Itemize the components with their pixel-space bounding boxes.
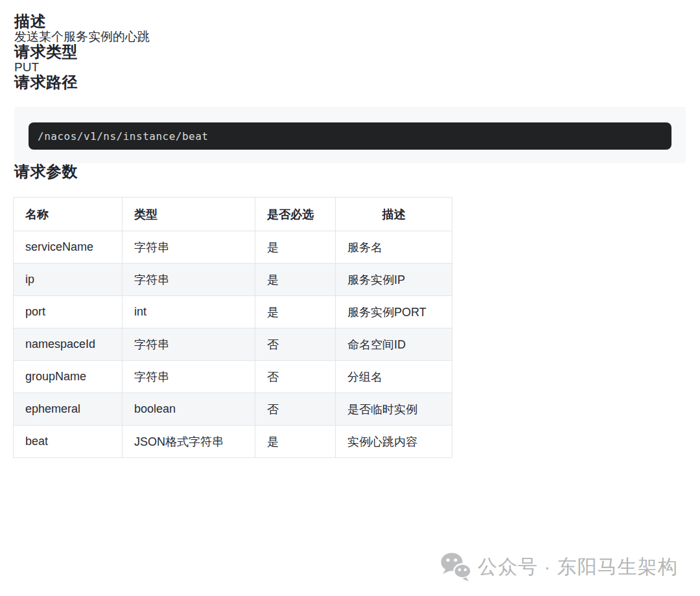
param-name: groupName [14,361,122,393]
param-required: 否 [255,393,336,426]
param-description: 服务名 [336,231,452,264]
param-required: 否 [255,361,336,393]
section-request-params: 请求参数 名称 类型 是否必选 描述 serviceName 字符串 是 服务名 [14,163,686,458]
param-required: 否 [255,328,336,361]
param-type: 字符串 [122,231,255,264]
param-description: 实例心跳内容 [336,426,452,458]
param-name: ip [14,264,122,296]
param-required: 是 [255,264,336,296]
section-description: 描述 发送某个服务实例的心跳 [14,13,686,43]
table-row: ephemeral boolean 否 是否临时实例 [14,393,452,426]
wechat-icon [439,551,472,583]
table-row: beat JSON格式字符串 是 实例心跳内容 [14,426,452,458]
table-row: namespaceId 字符串 否 命名空间ID [14,328,452,361]
request-path-code: /nacos/v1/ns/instance/beat [38,130,208,143]
description-heading: 描述 [14,13,686,30]
param-type: boolean [122,393,255,426]
param-type: JSON格式字符串 [122,426,255,458]
param-type: 字符串 [122,264,255,296]
param-name: beat [14,426,122,458]
request-type-value: PUT [14,60,686,74]
param-name: ephemeral [14,393,122,426]
table-row: ip 字符串 是 服务实例IP [14,264,452,296]
watermark: 公众号 · 东阳马生架构 [439,551,678,583]
description-text: 发送某个服务实例的心跳 [14,30,686,43]
watermark-text: 公众号 · 东阳马生架构 [478,557,678,577]
request-params-heading: 请求参数 [14,163,686,180]
table-row: serviceName 字符串 是 服务名 [14,231,452,264]
param-name: port [14,296,122,328]
column-header-description: 描述 [336,198,452,231]
param-required: 是 [255,296,336,328]
table-header-row: 名称 类型 是否必选 描述 [14,198,452,231]
params-table: 名称 类型 是否必选 描述 serviceName 字符串 是 服务名 ip 字… [13,197,452,458]
param-required: 是 [255,426,336,458]
param-name: namespaceId [14,328,122,361]
column-header-name: 名称 [14,198,122,231]
section-request-type: 请求类型 PUT [14,43,686,74]
param-description: 是否临时实例 [336,393,452,426]
table-row: port int 是 服务实例PORT [14,296,452,328]
code-block: /nacos/v1/ns/instance/beat [29,122,671,150]
param-type: int [122,296,255,328]
api-doc-page: 描述 发送某个服务实例的心跳 请求类型 PUT 请求路径 /nacos/v1/n… [0,0,700,458]
param-description: 分组名 [336,361,452,393]
param-description: 服务实例IP [336,264,452,296]
request-type-heading: 请求类型 [14,43,686,60]
table-row: groupName 字符串 否 分组名 [14,361,452,393]
param-description: 服务实例PORT [336,296,452,328]
section-request-path: 请求路径 /nacos/v1/ns/instance/beat [14,74,686,163]
code-panel: /nacos/v1/ns/instance/beat [14,107,686,163]
param-type: 字符串 [122,361,255,393]
column-header-type: 类型 [122,198,255,231]
param-name: serviceName [14,231,122,264]
param-type: 字符串 [122,328,255,361]
param-required: 是 [255,231,336,264]
param-description: 命名空间ID [336,328,452,361]
request-path-heading: 请求路径 [14,74,686,91]
column-header-required: 是否必选 [255,198,336,231]
